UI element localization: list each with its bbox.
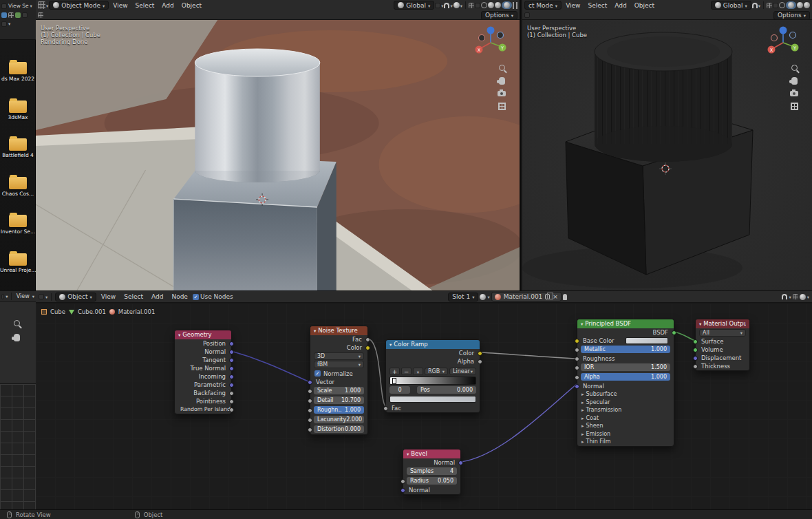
- output-socket-incoming[interactable]: [229, 374, 234, 379]
- node-material-output[interactable]: Material Output All Surface Volume Displ…: [695, 319, 750, 371]
- node-principled-bsdf[interactable]: Principled BSDF BSDF Base Color Metallic…: [577, 319, 674, 447]
- output-socket-normal[interactable]: [229, 350, 234, 354]
- menu-add[interactable]: Add: [148, 293, 167, 300]
- show-overlays-icon[interactable]: [767, 3, 772, 8]
- shading-solid-icon[interactable]: [488, 2, 494, 8]
- output-socket-backfacing[interactable]: [229, 391, 234, 396]
- output-socket-normal[interactable]: [458, 460, 463, 465]
- output-socket-bsdf[interactable]: [672, 330, 676, 335]
- zoom-icon[interactable]: [499, 65, 505, 71]
- area-split-handle[interactable]: [513, 2, 517, 9]
- snap-magnet-icon[interactable]: [752, 3, 758, 8]
- interpolation-dropdown[interactable]: Linear: [449, 368, 476, 375]
- menu-select[interactable]: Select: [120, 293, 147, 300]
- editor-icon-grid[interactable]: [8, 12, 14, 18]
- input-socket-lacunarity[interactable]: [308, 418, 312, 423]
- input-socket-metallic[interactable]: [575, 348, 579, 352]
- unlink-material-icon[interactable]: [553, 293, 558, 300]
- input-socket-base-color[interactable]: [575, 339, 579, 343]
- input-socket-volume[interactable]: [693, 348, 698, 352]
- pan-hand-icon[interactable]: [791, 77, 798, 85]
- menu-view[interactable]: View: [98, 293, 119, 300]
- collapse-icon[interactable]: [699, 319, 701, 329]
- menu-view[interactable]: View: [109, 2, 131, 9]
- menu-add[interactable]: Add: [611, 2, 630, 9]
- menu-object[interactable]: Object: [631, 2, 658, 9]
- menu-view[interactable]: View: [562, 2, 584, 9]
- shader-node-canvas[interactable]: Cube Cube.001 Material.001 Geometry Posi…: [36, 304, 812, 509]
- editor-icon-blue[interactable]: [1, 12, 7, 18]
- xray-toggle-icon[interactable]: [773, 3, 778, 8]
- shading-material-icon[interactable]: [495, 2, 501, 8]
- section-specular[interactable]: Specular: [577, 399, 674, 407]
- browse-material-icon[interactable]: [480, 294, 486, 300]
- shading-preview-icon[interactable]: [800, 294, 806, 300]
- camera-view-icon[interactable]: [498, 91, 506, 96]
- section-coat[interactable]: Coat: [577, 414, 674, 423]
- input-socket-distortion[interactable]: [308, 427, 312, 432]
- ramp-specials-button[interactable]: [413, 368, 423, 375]
- detail-field[interactable]: Detail10.700: [314, 396, 364, 404]
- node-header[interactable]: Color Ramp: [386, 340, 480, 349]
- show-overlays-icon[interactable]: [469, 3, 474, 8]
- distortion-field[interactable]: Distortion0.000: [314, 425, 364, 433]
- breadcrumb-object[interactable]: Cube: [50, 308, 65, 315]
- tool-icon[interactable]: [1, 21, 7, 27]
- node-noise-texture[interactable]: Noise Texture Fac Color 3D fBM Normalize…: [310, 326, 368, 435]
- alpha-field[interactable]: Alpha1.000: [581, 373, 670, 381]
- slot-dropdown[interactable]: Slot 1: [448, 293, 478, 301]
- zoom-icon[interactable]: [14, 320, 20, 326]
- menu-object[interactable]: Object: [178, 2, 205, 9]
- input-socket-thickness[interactable]: [693, 364, 698, 369]
- navigation-gizmo[interactable]: X Y: [765, 25, 801, 61]
- viewport-3d-rendered[interactable]: Object Mode View Select Add Object Globa…: [36, 0, 521, 290]
- mini-grid-view[interactable]: [0, 383, 36, 509]
- snap-magnet-icon[interactable]: [444, 3, 449, 8]
- input-socket-displacement[interactable]: [693, 356, 698, 361]
- shading-rendered-icon[interactable]: [804, 2, 810, 8]
- mode-dropdown[interactable]: ct Mode: [524, 1, 562, 10]
- input-socket-fac[interactable]: [383, 406, 388, 411]
- add-stop-button[interactable]: +: [389, 368, 400, 375]
- collapse-icon[interactable]: [178, 330, 180, 340]
- zoom-icon[interactable]: [791, 65, 798, 71]
- navigation-gizmo[interactable]: X Y: [473, 25, 509, 61]
- dimensions-dropdown[interactable]: 3D: [314, 352, 364, 360]
- breadcrumb-material[interactable]: Material.001: [118, 308, 155, 315]
- color-ramp-gradient[interactable]: [389, 377, 476, 385]
- input-socket-ior[interactable]: [575, 366, 579, 370]
- menu-node[interactable]: Node: [168, 293, 191, 300]
- transform-orientation-dropdown[interactable]: Global: [394, 1, 434, 10]
- desktop-folder[interactable]: ds Max 2022: [0, 62, 36, 82]
- input-socket-normal[interactable]: [400, 488, 405, 493]
- section-subsurface[interactable]: Subsurface: [577, 390, 674, 399]
- rendered-scene[interactable]: [36, 20, 520, 290]
- grid-toggle-icon[interactable]: [791, 103, 798, 110]
- output-socket-fac[interactable]: [365, 337, 370, 342]
- input-socket-normal[interactable]: [575, 384, 579, 389]
- output-socket-alpha[interactable]: [478, 359, 482, 364]
- stop-color-swatch[interactable]: [389, 396, 476, 403]
- shading-wireframe-icon[interactable]: [779, 2, 785, 8]
- lacunarity-field[interactable]: Lacunarity2.000: [314, 416, 364, 423]
- node-header[interactable]: Material Output: [696, 319, 749, 328]
- xray-toggle-icon[interactable]: [475, 3, 480, 8]
- output-socket-color[interactable]: [478, 351, 482, 356]
- snap-magnet-icon[interactable]: [782, 294, 787, 299]
- editor-icon-green[interactable]: [15, 12, 21, 18]
- pivot-point-icon[interactable]: [435, 3, 440, 8]
- desktop-folder[interactable]: Unreal Proje...: [0, 253, 36, 273]
- menu-select[interactable]: Select: [132, 2, 158, 9]
- viewport-3d-solid[interactable]: ct Mode View Select Add Object Global O: [522, 0, 812, 290]
- pan-hand-icon[interactable]: [14, 334, 20, 341]
- output-target-dropdown[interactable]: All: [699, 329, 746, 337]
- ior-field[interactable]: IOR1.500: [581, 363, 670, 371]
- options-dropdown[interactable]: Options: [481, 11, 517, 20]
- output-socket-true-normal[interactable]: [229, 366, 234, 371]
- mode-dropdown[interactable]: Object Mode: [49, 1, 109, 10]
- pin-icon[interactable]: [563, 294, 567, 300]
- editor-type-icon[interactable]: [39, 294, 44, 299]
- breadcrumb-mesh[interactable]: Cube.001: [78, 308, 106, 315]
- copy-material-icon[interactable]: [545, 294, 550, 299]
- transform-orientation-dropdown[interactable]: Global: [711, 1, 751, 10]
